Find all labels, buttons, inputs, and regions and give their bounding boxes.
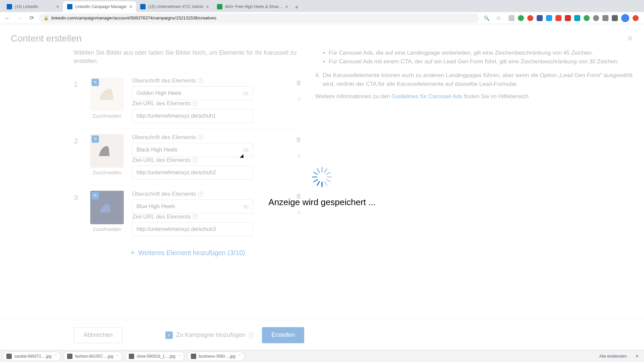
extension-icon[interactable] [518, 15, 524, 21]
extension-icon[interactable] [546, 15, 552, 21]
cancel-button[interactable]: Abbrechen [74, 327, 122, 343]
create-button[interactable]: Erstellen [262, 327, 304, 343]
help-icon[interactable]: ? [198, 135, 203, 140]
extension-icon[interactable] [537, 15, 543, 21]
browser-tab-strip: (15) LinkedIn × LinkedIn Campaign Manage… [0, 0, 644, 12]
drag-handle-icon[interactable]: ≡ [298, 209, 301, 216]
headline-label: Überschrift des Elements? [132, 191, 289, 197]
drag-handle-icon[interactable]: ≡ [298, 96, 301, 103]
extension-icon[interactable] [593, 15, 599, 21]
help-icon[interactable]: ? [193, 101, 198, 106]
edit-icon[interactable]: ✎ [92, 79, 99, 86]
url-text: linkedin.com/campaignmanager/account/508… [51, 15, 216, 20]
linkedin-icon [67, 4, 72, 9]
close-icon[interactable]: × [206, 4, 209, 9]
help-icon[interactable]: ? [198, 78, 203, 83]
reload-icon[interactable]: ⟳ [27, 13, 36, 23]
zoom-icon[interactable]: 🔍 [482, 13, 491, 23]
browser-tab[interactable]: (15) LinkedIn × [3, 1, 63, 12]
crop-link[interactable]: Zuschneiden [93, 226, 121, 232]
headline-label: Überschrift des Elements? [132, 134, 289, 141]
add-element-button[interactable]: + Weiteres Element hinzufügen (3/10) [74, 242, 302, 264]
browser-tab[interactable]: LinkedIn Campaign Manager × [63, 1, 136, 12]
file-icon [67, 354, 72, 359]
back-icon[interactable]: ← [3, 13, 12, 23]
close-icon[interactable]: × [633, 353, 641, 359]
add-to-campaign-checkbox[interactable]: ✓ Zu Kampagne hinzufügen ? [165, 331, 254, 339]
extension-icon[interactable] [565, 15, 571, 21]
chevron-up-icon[interactable]: ⌃ [178, 354, 181, 358]
url-label: Ziel-URL des Elements? [132, 100, 289, 107]
help-icon[interactable]: ? [198, 191, 203, 197]
star-icon[interactable]: ☆ [494, 13, 503, 23]
chevron-up-icon[interactable]: ⌃ [116, 354, 119, 358]
pixabay-icon [217, 4, 222, 9]
edit-icon[interactable]: ✎ [92, 135, 99, 143]
extension-icon[interactable] [612, 15, 618, 21]
item-number: 3 [74, 191, 82, 202]
forward-icon[interactable]: → [15, 13, 24, 23]
help-text: Die Karussellelemente können auch zu and… [323, 71, 633, 88]
url-input[interactable]: http://unternehmenxyz.de/schuh3 [132, 222, 253, 236]
shoe-icon [95, 196, 119, 219]
delete-icon[interactable]: 🗑 [296, 136, 302, 143]
headline-input[interactable]: Golden High Heels28 [132, 86, 253, 100]
help-bullet: Für Carousel Ads mit einem CTA, der auf … [329, 57, 633, 66]
file-icon [6, 354, 12, 359]
download-item[interactable]: business-3560….jpg⌃ [187, 352, 245, 361]
modal-footer: Abbrechen ✓ Zu Kampagne hinzufügen ? Ers… [0, 320, 644, 350]
new-tab-button[interactable]: + [292, 3, 302, 12]
drag-handle-icon[interactable]: ≡ [298, 153, 301, 160]
help-icon[interactable]: ? [193, 214, 198, 220]
shoe-icon [95, 139, 119, 163]
extension-icon[interactable] [555, 15, 561, 21]
modal-title: Content erstellen [11, 33, 82, 44]
close-icon[interactable]: × [285, 4, 288, 9]
extension-icon[interactable] [602, 15, 608, 21]
carousel-item: 2 ✎ Zuschneiden Überschrift des Elements… [74, 129, 302, 185]
image-thumbnail[interactable]: ✎ [90, 77, 124, 111]
mouse-cursor: ◢ [240, 153, 244, 158]
headline-input[interactable]: Blue High Heels30 [132, 199, 253, 214]
delete-icon[interactable]: 🗑 [296, 79, 302, 86]
url-label: Ziel-URL des Elements? [132, 214, 289, 220]
item-number: 2 [74, 134, 82, 145]
url-label: Ziel-URL des Elements? [132, 157, 289, 164]
url-input[interactable]: http://unternehmenxyz.de/schuh1 [132, 109, 253, 123]
browser-tab[interactable]: (15) Unternehmen XYZ: Admin × [136, 1, 213, 12]
image-thumbnail[interactable]: ✎ [90, 134, 124, 168]
download-item[interactable]: fashion-601557….jpg⌃ [63, 352, 122, 361]
browser-tab[interactable]: 400+ Free High Heels & Shoe… × [213, 1, 292, 12]
help-icon[interactable]: ? [249, 333, 254, 338]
extension-icon[interactable] [633, 15, 639, 21]
carousel-item: 1 ✎ Zuschneiden Überschrift des Elements… [74, 72, 302, 129]
crop-link[interactable]: Zuschneiden [93, 113, 121, 119]
close-icon[interactable]: × [129, 4, 132, 9]
download-item[interactable]: sandal-669372….jpg⌃ [3, 352, 61, 361]
show-all-downloads[interactable]: Alle einblenden [596, 354, 630, 359]
close-icon[interactable]: × [627, 32, 633, 45]
extension-icon[interactable] [574, 15, 580, 21]
crop-link[interactable]: Zuschneiden [93, 170, 121, 175]
item-number: 1 [74, 77, 82, 89]
url-input[interactable]: http://unternehmenxyz.de/schuh2 [132, 166, 253, 180]
tab-title: (15) LinkedIn [15, 4, 54, 9]
profile-avatar[interactable] [621, 14, 629, 22]
delete-icon[interactable]: 🗑 [296, 193, 302, 200]
extension-icon[interactable] [584, 15, 590, 21]
edit-icon[interactable]: ✎ [92, 192, 99, 199]
extension-icon[interactable] [508, 15, 515, 21]
help-icon[interactable]: ? [193, 158, 198, 163]
headline-input[interactable]: Black High Heels29 [132, 143, 253, 157]
close-icon[interactable]: × [56, 4, 59, 9]
chevron-up-icon[interactable]: ⌃ [54, 354, 57, 358]
image-thumbnail[interactable]: ✎ [90, 191, 124, 224]
extension-icons [506, 14, 641, 22]
download-item[interactable]: shoe-590516_1….jpg⌃ [125, 352, 184, 361]
extension-icon[interactable] [527, 15, 533, 21]
download-shelf: sandal-669372….jpg⌃ fashion-601557….jpg⌃… [0, 350, 644, 362]
url-field[interactable]: 🔒 linkedin.com/campaignmanager/account/5… [39, 13, 479, 23]
char-count: 28 [243, 90, 249, 96]
guidelines-link[interactable]: Guidelines für Carousel Ads [391, 93, 462, 100]
chevron-up-icon[interactable]: ⌃ [238, 354, 241, 358]
